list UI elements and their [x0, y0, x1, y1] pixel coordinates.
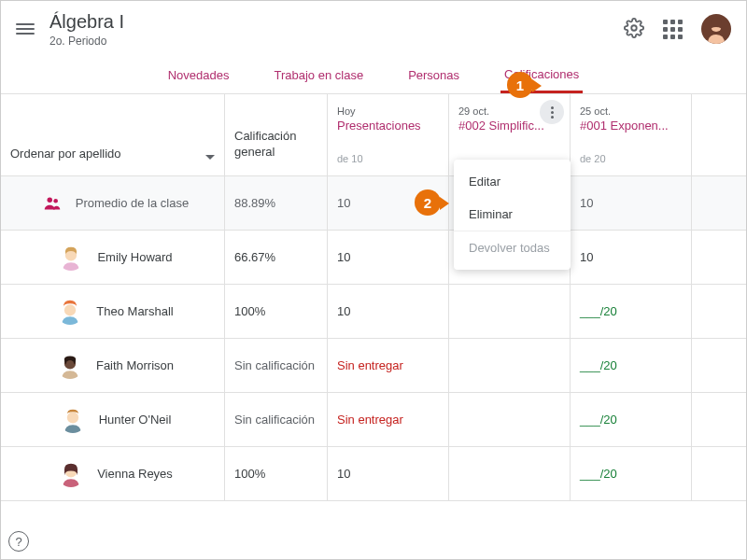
callout-2: 2	[415, 189, 441, 216]
student-avatar	[58, 245, 84, 271]
student-avatar	[58, 461, 84, 487]
sort-header[interactable]: Ordenar por apellido	[1, 94, 225, 176]
overall-header: Calificación general	[225, 94, 328, 176]
svg-point-4	[53, 198, 58, 203]
tabs: Novedades Trabajo en clase Personas Cali…	[1, 57, 746, 94]
class-subtitle: 2o. Periodo	[49, 35, 124, 48]
menu-editar[interactable]: Editar	[454, 165, 571, 198]
menu-eliminar[interactable]: Eliminar	[454, 198, 571, 231]
tab-trabajo[interactable]: Trabajo en clase	[271, 59, 368, 91]
gear-icon[interactable]	[624, 18, 644, 41]
tab-novedades[interactable]: Novedades	[164, 59, 233, 91]
avatar[interactable]	[701, 14, 731, 44]
svg-point-8	[64, 304, 76, 315]
student-avatar	[57, 299, 83, 325]
empty-header	[692, 94, 746, 176]
svg-point-11	[66, 359, 75, 368]
more-icon[interactable]	[540, 100, 564, 124]
student-avatar	[60, 407, 86, 433]
grades-grid: Ordenar por apellido Calificación genera…	[1, 94, 746, 501]
help-icon[interactable]: ?	[8, 531, 29, 552]
menu-icon[interactable]	[16, 21, 35, 37]
menu-devolver: Devolver todas	[454, 231, 571, 264]
svg-point-0	[631, 25, 637, 31]
context-menu: Editar Eliminar Devolver todas	[454, 160, 571, 270]
chevron-down-icon	[205, 155, 215, 161]
class-title: Álgebra I	[49, 11, 124, 33]
people-icon	[42, 193, 63, 214]
svg-point-3	[47, 197, 52, 203]
sort-label: Ordenar por apellido	[10, 147, 121, 161]
app-header: Álgebra I 2o. Periodo	[1, 1, 746, 57]
callout-1: 1	[507, 72, 533, 98]
class-info: Álgebra I 2o. Periodo	[49, 11, 124, 48]
assignment-col-3[interactable]: 25 oct. #001 Exponen... de 20	[571, 94, 692, 176]
apps-icon[interactable]	[663, 20, 683, 39]
student-avatar	[57, 353, 83, 379]
svg-point-13	[67, 412, 78, 423]
assignment-col-1[interactable]: Hoy Presentaciones de 10	[328, 94, 449, 176]
tab-personas[interactable]: Personas	[404, 59, 463, 91]
